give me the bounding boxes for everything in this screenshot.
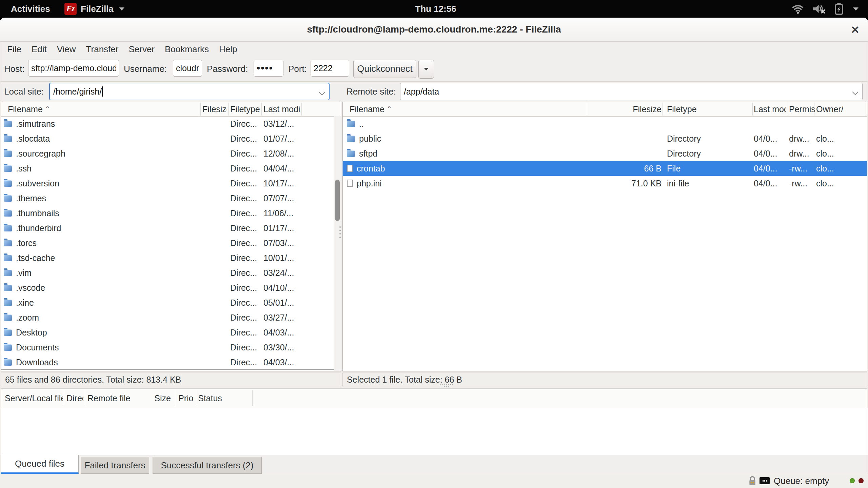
- menu-transfer[interactable]: Transfer: [81, 41, 124, 57]
- column-header-permissions[interactable]: Permissions: [789, 102, 815, 116]
- column-separator[interactable]: [196, 390, 196, 406]
- filename-cell: .sourcegraph: [4, 146, 200, 161]
- column-separator[interactable]: [200, 103, 201, 116]
- activity-led-green: [850, 478, 855, 483]
- column-header-last-modified[interactable]: Last modified: [754, 102, 786, 116]
- close-button[interactable]: ✕: [846, 22, 864, 37]
- filetype-cell: Direc...: [230, 236, 261, 250]
- filetype-cell: Direc...: [230, 161, 261, 176]
- remote-file-row[interactable]: crontab 66 B File 04/0... -rw... clo...: [343, 161, 867, 176]
- remote-site-combo[interactable]: /app/data: [400, 83, 863, 100]
- local-file-row[interactable]: .thunderbird Direc... 01/17/...: [1, 221, 341, 236]
- local-file-row[interactable]: .xine Direc... 05/01/...: [1, 295, 341, 310]
- column-separator[interactable]: [787, 103, 787, 116]
- activities-button[interactable]: Activities: [11, 0, 50, 18]
- column-separator[interactable]: [752, 103, 753, 116]
- host-input[interactable]: [28, 60, 119, 77]
- last-modified-cell: 04/03/...: [263, 325, 301, 340]
- app-menu-button[interactable]: Fz FileZilla: [64, 0, 124, 18]
- menu-help[interactable]: Help: [214, 41, 242, 57]
- filesize-cell: 71.0 KB: [588, 176, 662, 191]
- remote-file-row[interactable]: php.ini 71.0 KB ini-file 04/0... -rw... …: [343, 176, 867, 191]
- username-input[interactable]: [173, 60, 202, 77]
- filetype-cell: Direc...: [230, 131, 261, 146]
- local-scrollbar-track[interactable]: [334, 116, 341, 371]
- quickconnect-dropdown-button[interactable]: [418, 60, 434, 79]
- last-modified-cell: 10/17/...: [263, 176, 301, 191]
- filename-cell: .thumbnails: [4, 206, 200, 221]
- filename-cell: Documents: [4, 340, 200, 355]
- clock-button[interactable]: Thu 12:56: [409, 0, 463, 18]
- column-separator[interactable]: [866, 103, 866, 116]
- system-tray[interactable]: [792, 0, 859, 18]
- column-header-owner[interactable]: Owner/Group: [816, 102, 843, 116]
- local-file-row[interactable]: .torcs Direc... 07/03/...: [1, 236, 341, 250]
- local-file-row[interactable]: .sourcegraph Direc... 12/08/...: [1, 146, 341, 161]
- column-header-filename[interactable]: Filename ^: [350, 102, 539, 116]
- bottom-status-bar: [0, 474, 868, 488]
- column-separator[interactable]: [85, 390, 85, 406]
- local-file-row[interactable]: .simutrans Direc... 03/12/...: [1, 116, 341, 131]
- column-header-last-modified[interactable]: Last modified: [263, 102, 300, 116]
- last-modified-cell: 04/0...: [754, 176, 786, 191]
- local-file-row[interactable]: .ssh Direc... 04/04/...: [1, 161, 341, 176]
- column-header-filesize[interactable]: Filesize: [588, 102, 662, 116]
- local-file-row[interactable]: Downloads Direc... 04/03/...: [1, 355, 341, 370]
- column-header-status[interactable]: Status: [198, 388, 249, 408]
- remote-file-row[interactable]: sftpd Directory 04/0... drw... clo...: [343, 146, 867, 161]
- column-separator[interactable]: [252, 390, 253, 406]
- local-file-row[interactable]: .subversion Direc... 10/17/...: [1, 176, 341, 191]
- local-site-combo[interactable]: /home/girish/: [49, 83, 330, 100]
- local-file-row[interactable]: .thumbnails Direc... 11/06/...: [1, 206, 341, 221]
- column-header-filetype[interactable]: Filetype: [230, 102, 260, 116]
- column-separator[interactable]: [175, 390, 175, 406]
- local-file-row[interactable]: .themes Direc... 07/07/...: [1, 191, 341, 206]
- queue-splitter-handle[interactable]: [439, 384, 454, 388]
- wifi-icon: [792, 3, 804, 15]
- column-separator[interactable]: [814, 103, 814, 116]
- quickconnect-button[interactable]: Quickconnect: [353, 60, 416, 78]
- queue-list-area[interactable]: [1, 408, 868, 455]
- column-separator[interactable]: [228, 103, 229, 116]
- menu-server[interactable]: Server: [123, 41, 160, 57]
- local-file-row[interactable]: Desktop Direc... 04/03/...: [1, 325, 341, 340]
- filesize-cell: [202, 280, 227, 295]
- menu-bookmarks[interactable]: Bookmarks: [160, 41, 214, 57]
- filesize-cell: [588, 131, 662, 146]
- column-separator[interactable]: [663, 103, 663, 116]
- remote-file-row[interactable]: public Directory 04/0... drw... clo...: [343, 131, 867, 146]
- column-header-filetype[interactable]: Filetype: [667, 102, 708, 116]
- filesize-cell: [202, 265, 227, 280]
- port-input[interactable]: [311, 60, 349, 77]
- local-file-row[interactable]: .tsd-cache Direc... 10/01/...: [1, 250, 341, 265]
- column-separator[interactable]: [261, 103, 262, 116]
- menu-view[interactable]: View: [52, 41, 81, 57]
- column-header-direction[interactable]: Direction: [66, 388, 83, 408]
- column-header-server-local-file[interactable]: Server/Local file: [5, 388, 63, 408]
- column-separator[interactable]: [64, 390, 64, 406]
- remote-file-row[interactable]: ..: [343, 116, 867, 131]
- local-file-row[interactable]: .slocdata Direc... 01/07/...: [1, 131, 341, 146]
- column-header-filesize[interactable]: Filesize: [202, 102, 227, 116]
- menu-bar: File Edit View Transfer Server Bookmarks…: [0, 41, 868, 57]
- filename-cell: .themes: [4, 191, 200, 206]
- tab-successful-transfers[interactable]: Successful transfers (2): [153, 457, 262, 474]
- local-file-row[interactable]: .vim Direc... 03/24/...: [1, 265, 341, 280]
- tab-failed-transfers[interactable]: Failed transfers: [81, 457, 149, 474]
- column-header-size[interactable]: Size: [136, 388, 171, 408]
- local-file-row[interactable]: .zoom Direc... 03/27/...: [1, 310, 341, 325]
- filesize-cell: [202, 176, 227, 191]
- column-header-filename[interactable]: Filename ^: [8, 102, 198, 116]
- pane-splitter-handle[interactable]: [339, 224, 341, 239]
- local-file-row[interactable]: .vscode Direc... 04/10/...: [1, 280, 341, 295]
- tab-queued-files[interactable]: Queued files: [1, 455, 79, 474]
- column-header-priority[interactable]: Priority: [178, 388, 194, 408]
- column-separator[interactable]: [586, 103, 586, 116]
- column-separator[interactable]: [301, 103, 302, 116]
- local-scrollbar-thumb[interactable]: [335, 180, 340, 221]
- local-file-row[interactable]: Documents Direc... 03/30/...: [1, 340, 341, 355]
- folder-icon: [4, 136, 12, 142]
- menu-edit[interactable]: Edit: [26, 41, 52, 57]
- menu-file[interactable]: File: [2, 41, 26, 57]
- password-input[interactable]: [254, 60, 283, 77]
